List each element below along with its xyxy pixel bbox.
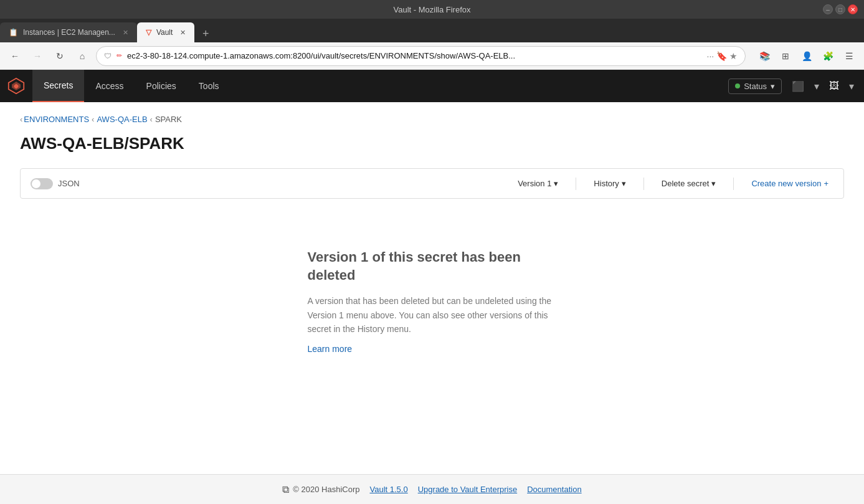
toolbar-divider-1 <box>576 178 576 190</box>
maximize-button[interactable]: □ <box>835 4 845 14</box>
documentation-link[interactable]: Documentation <box>527 485 581 494</box>
user-icon[interactable]: 🖼 <box>824 78 844 94</box>
create-label: Create new version <box>751 179 821 188</box>
tab-ec2[interactable]: 📋 Instances | EC2 Managen... ✕ <box>0 22 137 42</box>
address-bar[interactable]: 🛡 ✏ ec2-3-80-18-124.compute-1.amazonaws.… <box>96 46 746 66</box>
status-dot <box>735 83 740 88</box>
nav-secrets[interactable]: Secrets <box>32 70 84 102</box>
url-text: ec2-3-80-18-124.compute-1.amazonaws.com:… <box>127 51 702 60</box>
breadcrumb-aws-qa-elb[interactable]: AWS-QA-ELB <box>97 115 147 124</box>
tab-vault-close[interactable]: ✕ <box>180 29 186 37</box>
status-label: Status <box>744 82 767 91</box>
browser-titlebar: Vault - Mozilla Firefox – □ ✕ <box>0 0 864 19</box>
browser-tabs: 📋 Instances | EC2 Managen... ✕ ▽ Vault ✕… <box>0 19 864 42</box>
message-body: A version that has been deleted but can … <box>308 294 557 336</box>
delete-label: Delete secret <box>662 179 710 188</box>
tab-ec2-close[interactable]: ✕ <box>123 29 128 37</box>
enterprise-upgrade-link[interactable]: Upgrade to Vault Enterprise <box>418 485 517 494</box>
address-bar-icons: ··· 🔖 ★ <box>707 51 738 61</box>
page-title: AWS-QA-ELB/SPARK <box>20 134 844 153</box>
new-tab-button[interactable]: + <box>197 25 214 42</box>
page-footer: ⧉ © 2020 HashiCorp Vault 1.5.0 Upgrade t… <box>0 474 864 504</box>
nav-tools[interactable]: Tools <box>188 70 230 102</box>
browser-toolbar-right: 📚 ⊞ 👤 🧩 ☰ <box>756 47 858 65</box>
breadcrumb-environments[interactable]: ENVIRONMENTS <box>24 115 89 124</box>
status-chevron: ▾ <box>771 82 775 91</box>
tab-vault-favicon: ▽ <box>146 28 151 37</box>
tab-vault[interactable]: ▽ Vault ✕ <box>137 22 194 42</box>
breadcrumb-chevron-left-1: ‹ <box>20 115 22 124</box>
version-label: Version 1 <box>518 179 551 188</box>
extensions-icon[interactable]: 🧩 <box>819 47 837 65</box>
reload-button[interactable]: ↻ <box>51 47 69 65</box>
menu-icon[interactable]: ☰ <box>840 47 858 65</box>
nav-policies[interactable]: Policies <box>135 70 188 102</box>
version-button[interactable]: Version 1 ▾ <box>513 176 563 191</box>
secret-toolbar: JSON Version 1 ▾ History ▾ Delete secret… <box>20 168 844 199</box>
vault-logo[interactable] <box>0 70 32 102</box>
close-button[interactable]: ✕ <box>848 4 858 14</box>
minimize-button[interactable]: – <box>823 4 833 14</box>
vault-nav-right: Status ▾ ⬛ ▾ 🖼 ▾ <box>728 78 864 95</box>
hashicorp-logo-icon: ⧉ <box>282 484 289 495</box>
json-label: JSON <box>58 179 80 188</box>
breadcrumb-spark: SPARK <box>155 115 182 124</box>
tab-ec2-favicon: 📋 <box>9 28 18 37</box>
breadcrumb-sep-1: ‹ <box>92 115 94 124</box>
version-chevron: ▾ <box>554 179 558 188</box>
create-icon: + <box>824 179 828 188</box>
breadcrumb-sep-2: ‹ <box>150 115 153 124</box>
containers-icon[interactable]: ⊞ <box>777 47 794 65</box>
forward-button[interactable]: → <box>29 47 46 65</box>
message-title: Version 1 of this secret has been delete… <box>308 249 557 284</box>
home-button[interactable]: ⌂ <box>74 47 91 65</box>
vault-version-link[interactable]: Vault 1.5.0 <box>370 485 408 494</box>
bookmarks-icon[interactable]: 📚 <box>756 47 773 65</box>
vault-navbar: Secrets Access Policies Tools Status ▾ ⬛… <box>0 70 864 102</box>
toolbar-divider-2 <box>643 178 644 190</box>
delete-button[interactable]: Delete secret ▾ <box>657 176 721 191</box>
nav-access[interactable]: Access <box>84 70 135 102</box>
footer-copyright: © 2020 HashiCorp <box>293 485 359 494</box>
tab-vault-label: Vault <box>156 28 173 37</box>
vault-logo-icon <box>7 77 25 95</box>
console-chevron: ▾ <box>814 80 819 92</box>
page-content: ‹ ENVIRONMENTS ‹ AWS-QA-ELB ‹ SPARK AWS-… <box>0 102 864 476</box>
learn-more-link[interactable]: Learn more <box>308 344 353 354</box>
back-button[interactable]: ← <box>6 47 24 65</box>
browser-title: Vault - Mozilla Firefox <box>393 5 470 14</box>
edit-icon: ✏ <box>116 52 122 60</box>
browser-addressbar: ← → ↻ ⌂ 🛡 ✏ ec2-3-80-18-124.compute-1.am… <box>0 42 864 70</box>
vault-nav: Secrets Access Policies Tools <box>32 70 230 102</box>
tab-ec2-label: Instances | EC2 Managen... <box>23 28 115 37</box>
message-area: Version 1 of this secret has been delete… <box>20 224 844 379</box>
footer-logo: ⧉ © 2020 HashiCorp <box>282 484 359 495</box>
message-box: Version 1 of this secret has been delete… <box>308 249 557 354</box>
json-toggle[interactable]: JSON <box>31 178 80 189</box>
toolbar-divider-3 <box>733 178 734 190</box>
window-controls: – □ ✕ <box>823 4 858 14</box>
history-button[interactable]: History ▾ <box>589 176 630 191</box>
account-icon[interactable]: 👤 <box>798 47 815 65</box>
history-label: History <box>594 179 619 188</box>
create-version-button[interactable]: Create new version + <box>746 176 833 191</box>
console-icon[interactable]: ⬛ <box>787 78 809 95</box>
toggle-switch[interactable] <box>31 178 53 189</box>
delete-chevron: ▾ <box>711 179 716 188</box>
user-chevron: ▾ <box>849 80 854 92</box>
status-button[interactable]: Status ▾ <box>728 78 782 94</box>
security-icon: 🛡 <box>104 52 112 60</box>
breadcrumb: ‹ ENVIRONMENTS ‹ AWS-QA-ELB ‹ SPARK <box>20 115 844 124</box>
history-chevron: ▾ <box>622 179 626 188</box>
